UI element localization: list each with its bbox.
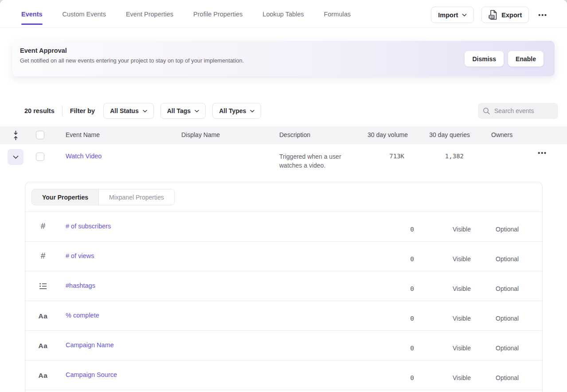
event-approval-banner: Event Approval Get notified on all new e… (12, 41, 555, 76)
property-name-link[interactable]: % complete (66, 312, 99, 319)
tab-events[interactable]: Events (21, 0, 43, 28)
properties-tabs: Your Properties Mixpanel Properties (31, 189, 175, 205)
tab-formulas[interactable]: Formulas (324, 0, 351, 28)
col-event-name: Event Name (66, 131, 100, 138)
types-filter-label: All Types (219, 107, 246, 114)
row-checkbox[interactable] (36, 153, 44, 161)
tab-event-properties[interactable]: Event Properties (126, 0, 173, 28)
event-row-watch-video: Watch Video Triggered when a user watche… (0, 144, 567, 182)
nav-actions: Import csv Export ••• (431, 7, 549, 23)
property-count: 0 (380, 315, 414, 322)
tab-lookup-tables[interactable]: Lookup Tables (262, 0, 304, 28)
property-visibility: Visible (453, 374, 471, 381)
import-button-label: Import (438, 12, 458, 19)
col-owners: Owners (491, 131, 512, 138)
property-visibility: Visible (453, 255, 471, 263)
property-requirement: Optional (496, 285, 519, 292)
nav-more-button[interactable]: ••• (536, 12, 549, 19)
tab-profile-properties[interactable]: Profile Properties (193, 0, 242, 28)
results-count: 20 results (24, 107, 55, 114)
col-display-name: Display Name (181, 131, 220, 138)
types-filter-dropdown[interactable]: All Types (212, 103, 261, 119)
event-queries: 1,382 (406, 153, 464, 160)
property-name-link[interactable]: # of views (66, 252, 94, 259)
property-row: Aa Campaign Name 0 Visible Optional (25, 331, 542, 361)
search-input[interactable] (494, 107, 552, 114)
tab-custom-events-label: Custom Events (63, 11, 106, 18)
banner-description: Get notified on all new events entering … (20, 57, 244, 64)
export-button-label: Export (501, 12, 522, 19)
event-name-link[interactable]: Watch Video (66, 153, 102, 160)
filter-by-label: Filter by (70, 107, 95, 114)
tab-mixpanel-properties[interactable]: Mixpanel Properties (99, 189, 174, 205)
properties-panel: Your Properties Mixpanel Properties # # … (25, 182, 543, 392)
property-requirement: Optional (496, 315, 519, 322)
select-all-checkbox[interactable] (36, 131, 44, 139)
tab-lookup-tables-label: Lookup Tables (262, 11, 304, 18)
chevron-down-icon (13, 155, 19, 159)
col-description: Description (279, 131, 310, 138)
export-button[interactable]: csv Export (481, 7, 529, 23)
chevron-down-icon (462, 13, 467, 17)
status-filter-dropdown[interactable]: All Status (103, 103, 154, 119)
text-type-icon: Aa (35, 331, 51, 361)
number-type-icon: # (35, 211, 51, 241)
tab-formulas-label: Formulas (324, 11, 351, 18)
lexicon-events-page: Events Custom Events Event Properties Pr… (0, 0, 567, 392)
chevron-down-icon (250, 110, 254, 113)
col-30-day-volume: 30 day volume (341, 131, 408, 138)
property-count: 0 (380, 226, 414, 233)
search-icon (483, 107, 490, 115)
active-tab-underline (21, 24, 43, 25)
ellipsis-icon: ••• (538, 149, 547, 157)
properties-tabs-section: Your Properties Mixpanel Properties (25, 182, 542, 212)
text-type-icon: Aa (35, 301, 51, 331)
collapse-row-button[interactable] (8, 149, 23, 165)
property-row: Aa Campaign Source 0 Visible Optional (25, 361, 542, 390)
dismiss-button[interactable]: Dismiss (465, 51, 504, 67)
row-more-button[interactable]: ••• (536, 149, 549, 157)
tags-filter-dropdown[interactable]: All Tags (160, 103, 206, 119)
property-name-link[interactable]: Campaign Name (66, 341, 114, 349)
tab-your-properties[interactable]: Your Properties (32, 189, 99, 205)
property-requirement: Optional (496, 255, 519, 263)
list-type-icon (35, 271, 51, 301)
search-box (478, 103, 558, 119)
banner-actions: Dismiss Enable (465, 51, 544, 67)
toolbar-divider (62, 106, 63, 116)
collapse-all-icon[interactable] (13, 130, 19, 141)
property-visibility: Visible (453, 226, 471, 233)
tab-events-label: Events (21, 11, 43, 18)
top-nav: Events Custom Events Event Properties Pr… (0, 0, 567, 28)
property-visibility: Visible (453, 345, 471, 352)
property-row: Aa % complete 0 Visible Optional (25, 301, 542, 331)
property-requirement: Optional (496, 226, 519, 233)
property-requirement: Optional (496, 374, 519, 381)
number-type-icon: # (35, 241, 51, 270)
tab-profile-properties-label: Profile Properties (193, 11, 242, 18)
nav-tabs: Events Custom Events Event Properties Pr… (21, 0, 351, 28)
tags-filter-label: All Tags (167, 107, 191, 114)
property-name-link[interactable]: Campaign Source (66, 371, 117, 378)
property-row: # # of views 0 Visible Optional (25, 242, 542, 271)
col-30-day-queries: 30 day queries (412, 131, 470, 138)
events-table-header: Event Name Display Name Description 30 d… (0, 126, 567, 144)
csv-file-icon: csv (489, 10, 497, 20)
property-visibility: Visible (453, 285, 471, 292)
ellipsis-icon: ••• (538, 12, 547, 19)
property-count: 0 (380, 345, 414, 352)
property-name-link[interactable]: #hashtags (66, 282, 95, 289)
property-name-link[interactable]: # of subscribers (66, 223, 111, 230)
chevron-down-icon (195, 110, 199, 113)
tab-event-properties-label: Event Properties (126, 11, 173, 18)
property-requirement: Optional (496, 345, 519, 352)
chevron-down-icon (143, 110, 147, 113)
property-visibility: Visible (453, 315, 471, 322)
property-count: 0 (380, 285, 414, 292)
import-button[interactable]: Import (431, 7, 474, 23)
enable-button[interactable]: Enable (508, 51, 544, 67)
tab-custom-events[interactable]: Custom Events (63, 0, 106, 28)
property-count: 0 (380, 255, 414, 263)
filter-toolbar: 20 results Filter by All Status All Tags… (24, 103, 268, 119)
svg-text:csv: csv (489, 16, 494, 18)
